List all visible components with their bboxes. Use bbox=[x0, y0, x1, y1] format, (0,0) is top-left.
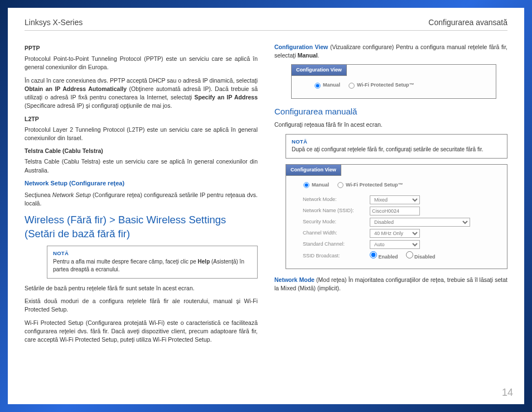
l2tp-heading: L2TP bbox=[25, 115, 258, 123]
note-text-r: După ce aţi configurat reţelele fără fir… bbox=[292, 146, 501, 154]
radio-manual2-input[interactable] bbox=[303, 182, 309, 188]
radio-wps2-input[interactable] bbox=[337, 182, 343, 188]
l2tp-p: Protocolul Layer 2 Tunneling Protocol (L… bbox=[25, 126, 258, 142]
input-ssid[interactable] bbox=[370, 207, 420, 215]
radio-disabled[interactable]: Disabled bbox=[406, 251, 436, 261]
radio-manual[interactable]: Manual bbox=[314, 82, 340, 89]
network-mode-p: Network Mode (Mod reţea) În majoritatea … bbox=[274, 276, 507, 293]
page: Linksys X-Series Configurarea avansată P… bbox=[8, 8, 524, 404]
pptp-heading: PPTP bbox=[25, 44, 258, 52]
config-view-panel-large: Configuration View Manual Wi-Fi Protecte… bbox=[286, 164, 507, 269]
left-after-p2: Există două moduri de a configura reţele… bbox=[25, 297, 258, 314]
note-box-right: NOTĂ După ce aţi configurat reţelele făr… bbox=[286, 134, 507, 159]
header-right: Configurarea avansată bbox=[428, 18, 507, 27]
network-setup-p: Secţiunea Network Setup (Configurare reţ… bbox=[25, 191, 258, 208]
left-after-p3: Wi-Fi Protected Setup (Configurarea prot… bbox=[25, 319, 258, 344]
radio-wps2[interactable]: Wi-Fi Protected Setup™ bbox=[337, 181, 403, 189]
right-column: Configuration View (Vizualizare configur… bbox=[274, 43, 507, 393]
config-view-panel-small: Configuration View Manual Wi-Fi Protecte… bbox=[291, 64, 496, 98]
radio-wps[interactable]: Wi-Fi Protected Setup™ bbox=[348, 82, 414, 89]
pptp-p2: În cazul în care conexiunea dvs. PPTP ac… bbox=[25, 76, 258, 111]
page-number: 14 bbox=[502, 387, 513, 399]
note-title-r: NOTĂ bbox=[292, 138, 501, 146]
config-view-header2: Configuration View bbox=[286, 165, 341, 176]
radio-wps-input[interactable] bbox=[349, 83, 354, 88]
manual-config-p: Configuraţi reţeaua fără fir în acest ec… bbox=[274, 121, 507, 129]
radio-manual-input[interactable] bbox=[315, 83, 320, 88]
telstra-p: Telstra Cable (Cablu Telstra) este un se… bbox=[25, 157, 258, 174]
columns: PPTP Protocolul Point-to-Point Tunneling… bbox=[25, 43, 507, 393]
config-view-header: Configuration View bbox=[292, 65, 347, 76]
note-text: Pentru a afla mai multe despre fiecare c… bbox=[53, 258, 252, 274]
left-column: PPTP Protocolul Point-to-Point Tunneling… bbox=[25, 43, 258, 393]
cfgview-p: Configuration View (Vizualizare configur… bbox=[274, 43, 507, 60]
select-security-mode[interactable]: Disabled bbox=[370, 218, 470, 227]
pptp-p1: Protocolul Point-to-Point Tunneling Prot… bbox=[25, 55, 258, 71]
left-after-p1: Setările de bază pentru reţelele fără fi… bbox=[25, 284, 258, 293]
note-box-left: NOTĂ Pentru a afla mai multe despre fiec… bbox=[47, 246, 258, 279]
row-ssid: Network Name (SSID): bbox=[303, 207, 500, 215]
radio-manual2[interactable]: Manual bbox=[303, 181, 329, 189]
header-left: Linksys X-Series bbox=[25, 18, 83, 27]
row-network-mode: Network Mode: Mixed bbox=[303, 195, 500, 204]
manual-config-heading: Configurarea manuală bbox=[274, 106, 507, 118]
config-view-body: Manual Wi-Fi Protected Setup™ bbox=[292, 76, 496, 98]
row-standard-channel: Standard Channel: Auto bbox=[303, 240, 500, 249]
config-view-body2: Manual Wi-Fi Protected Setup™ Network Mo… bbox=[286, 176, 507, 269]
radio-disabled-input[interactable] bbox=[406, 251, 413, 258]
note-title: NOTĂ bbox=[53, 250, 252, 257]
network-setup-heading: Network Setup (Configurare reţea) bbox=[25, 179, 258, 188]
select-network-mode[interactable]: Mixed bbox=[370, 195, 420, 204]
radio-enabled-input[interactable] bbox=[370, 251, 377, 258]
row-security-mode: Security Mode: Disabled bbox=[303, 218, 500, 227]
row-ssid-broadcast: SSID Broadcast: Enabled Disabled bbox=[303, 251, 500, 261]
select-standard-channel[interactable]: Auto bbox=[370, 240, 420, 249]
telstra-heading: Telstra Cable (Cablu Telstra) bbox=[25, 147, 258, 155]
wireless-heading: Wireless (Fără fir) > Basic Wireless Set… bbox=[25, 213, 258, 241]
row-channel-width: Channel Width: 40 MHz Only bbox=[303, 229, 500, 238]
radio-enabled[interactable]: Enabled bbox=[370, 251, 398, 261]
select-channel-width[interactable]: 40 MHz Only bbox=[370, 229, 420, 238]
page-header: Linksys X-Series Configurarea avansată bbox=[25, 18, 507, 31]
